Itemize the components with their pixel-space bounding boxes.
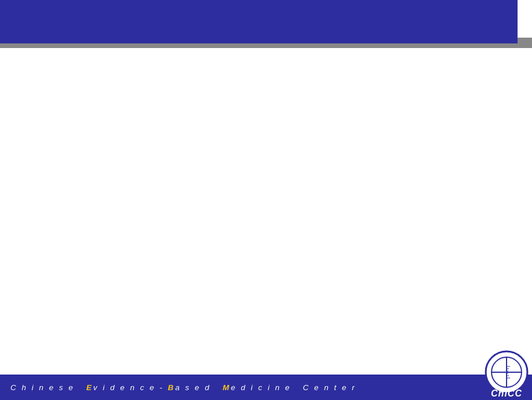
footer-bar: C h i n e s e Ev i d e n c e - Ba s e d …	[0, 375, 532, 400]
svg-text:ChiCC: ChiCC	[491, 388, 522, 398]
highlight-e: E	[86, 383, 93, 392]
main-content	[0, 49, 532, 379]
chicc-logo: ChiCC	[481, 349, 532, 400]
highlight-b: B	[168, 383, 175, 392]
footer-text: C h i n e s e Ev i d e n c e - Ba s e d …	[0, 383, 483, 392]
header-bar	[0, 0, 518, 43]
highlight-m: M	[223, 383, 231, 392]
